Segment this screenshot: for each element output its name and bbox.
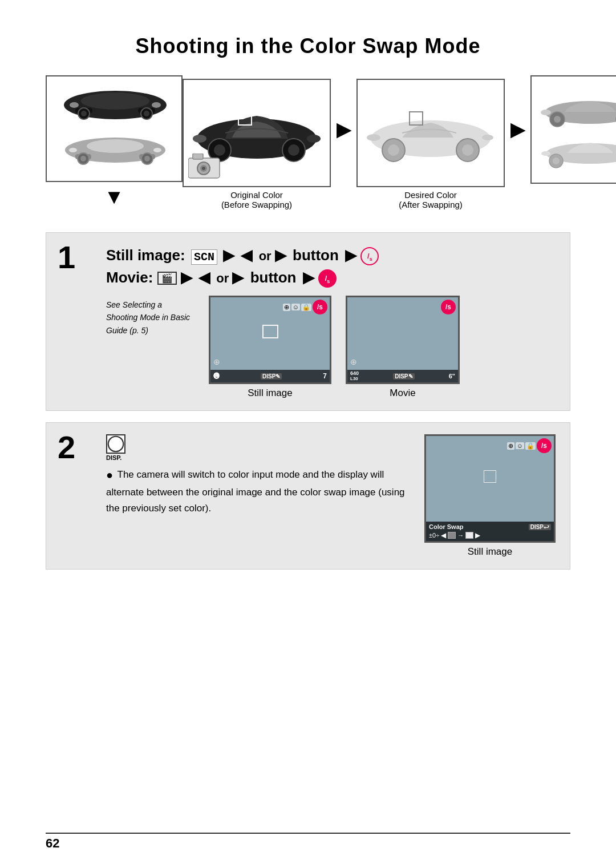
scn-badge: SCN bbox=[191, 249, 217, 265]
svg-point-19 bbox=[153, 148, 161, 152]
movie-time: 6" bbox=[449, 373, 455, 380]
svg-point-30 bbox=[193, 135, 206, 143]
original-cars-box: ▼ bbox=[46, 75, 183, 212]
still-image-screen: ⊕ ☺ 🔒 /s ⊕ 🅛 DISP✎ 7 bbox=[209, 296, 331, 399]
svg-point-37 bbox=[367, 134, 380, 141]
step-2-description: ● The camera will switch to color input … bbox=[106, 466, 410, 516]
step1-right-arrow-2-icon: ▶ bbox=[275, 247, 286, 264]
svg-point-29 bbox=[288, 144, 299, 156]
svg-point-31 bbox=[307, 135, 321, 143]
svg-point-18 bbox=[69, 148, 77, 152]
desired-color-section: Desired Color (After Swapping) bbox=[356, 79, 505, 209]
step-2-content: DISP. ● The camera will switch to color … bbox=[106, 434, 556, 558]
step2-ys-icon: /s bbox=[537, 438, 552, 453]
quality-icon: 🅛 bbox=[213, 373, 220, 380]
still-image-label: Still image bbox=[248, 387, 292, 399]
step-1-content: Still image: SCN ▶ ◀ or ▶ button ▶ /s Mo… bbox=[106, 244, 556, 399]
adjust-row: ±0÷ ◀ → ▶ bbox=[429, 531, 551, 539]
step-1-title: Still image: SCN ▶ ◀ or ▶ button ▶ /s Mo… bbox=[106, 244, 556, 289]
ys-icon-1: /s bbox=[360, 247, 379, 265]
step1-left-arrow-icon: ◀ bbox=[241, 247, 252, 264]
svg-point-34 bbox=[388, 144, 399, 156]
movie-right-arrow-icon: ▶ bbox=[232, 269, 244, 286]
svg-point-16 bbox=[80, 156, 86, 162]
or-text-2: or bbox=[216, 271, 232, 285]
movie-left-arrow-icon: ◀ bbox=[198, 269, 210, 286]
ys-icon-2: /s bbox=[318, 269, 337, 288]
adjust-value: ±0÷ bbox=[429, 532, 439, 539]
page-title: Shooting in the Color Swap Mode bbox=[46, 34, 570, 58]
swatch-dark bbox=[448, 532, 456, 539]
svg-point-38 bbox=[482, 135, 493, 140]
lock-icon: 🔒 bbox=[301, 304, 311, 311]
step-2-section: 2 DISP. ● The cam bbox=[46, 422, 570, 570]
shot-count: 7 bbox=[323, 372, 327, 380]
step2-face-icon: ☺ bbox=[516, 442, 524, 449]
step2-screen-icons: ⊕ ☺ 🔒 /s bbox=[507, 438, 552, 453]
step1-right-arrow-icon: ▶ bbox=[223, 247, 234, 264]
step2-grid-icon: ⊕ bbox=[507, 442, 514, 450]
movie-bottom-icon: ⊕ bbox=[350, 357, 357, 366]
bullet-icon: ● bbox=[106, 469, 113, 481]
svg-point-7 bbox=[144, 111, 149, 116]
svg-point-47 bbox=[553, 158, 560, 164]
ys-movie-icon: /s bbox=[441, 300, 456, 314]
arrow-right-adjust-icon: → bbox=[457, 532, 464, 539]
svg-point-8 bbox=[70, 102, 79, 108]
top-diagram: ▼ bbox=[46, 75, 570, 212]
movie-btn-arrow-icon: ▶ bbox=[303, 269, 314, 286]
movie-arrow-icon: ▶ bbox=[181, 269, 192, 286]
right-arrow-2-icon: ▶ bbox=[510, 119, 525, 140]
svg-point-50 bbox=[541, 151, 550, 156]
svg-rect-21 bbox=[193, 154, 203, 159]
face-icon: ☺ bbox=[291, 304, 300, 310]
disp-badge: DISP✎ bbox=[261, 373, 282, 380]
flow-arrows: Original Color (Before Swapping) ▶ bbox=[183, 75, 616, 212]
result-car-silver-icon bbox=[539, 135, 616, 169]
or-text-1: or bbox=[259, 249, 275, 263]
step1-arrow-btn-icon: ▶ bbox=[345, 247, 356, 264]
screen-bottom-bar: 🅛 DISP✎ 7 bbox=[210, 370, 330, 382]
disp-text: DISP. bbox=[106, 454, 121, 461]
svg-point-41 bbox=[554, 116, 561, 123]
focus-square bbox=[262, 325, 278, 338]
step2-disp-badge: DISP⮐ bbox=[529, 524, 551, 530]
svg-point-24 bbox=[202, 167, 205, 170]
circle-icon bbox=[107, 434, 124, 454]
disp-button-area: DISP. bbox=[106, 434, 410, 461]
movie-screen: /s ⊕ 640L30 DISP✎ 6" Movie bbox=[346, 296, 460, 399]
car-big-white-icon bbox=[365, 99, 496, 167]
svg-point-51 bbox=[108, 437, 123, 451]
original-color-label: Original Color (Before Swapping) bbox=[221, 190, 292, 209]
svg-point-6 bbox=[81, 111, 87, 116]
grid-icon: ⊕ bbox=[283, 304, 290, 311]
swatch-light bbox=[465, 532, 473, 539]
svg-point-44 bbox=[541, 110, 551, 115]
button-text-1: button bbox=[293, 247, 343, 264]
step-2-left: DISP. ● The camera will switch to color … bbox=[106, 434, 410, 516]
color-swap-text: Color Swap bbox=[429, 523, 464, 530]
down-arrow-icon: ▼ bbox=[104, 185, 124, 209]
svg-point-17 bbox=[144, 156, 150, 162]
screen-bottom-left: ⊕ bbox=[213, 357, 220, 366]
disp-circle-button bbox=[106, 434, 125, 454]
movie-screen-icon: /s bbox=[441, 300, 456, 314]
svg-point-1 bbox=[81, 92, 149, 110]
desired-color-label: Desired Color (After Swapping) bbox=[399, 190, 463, 209]
still-label: Still image: bbox=[106, 247, 185, 264]
button-text-2: button bbox=[250, 269, 301, 286]
camera-icon bbox=[188, 154, 222, 179]
movie-label: Movie: bbox=[106, 269, 157, 286]
step-1-section: 1 Still image: SCN ▶ ◀ or ▶ button ▶ /s … bbox=[46, 232, 570, 411]
resolution-badge: 640L30 bbox=[350, 371, 359, 381]
result-section bbox=[530, 75, 616, 184]
step-2-number: 2 bbox=[58, 431, 75, 463]
step2-bottom-overlay: Color Swap DISP⮐ ±0÷ ◀ → ▶ bbox=[426, 522, 554, 541]
movie-bottom-bar: 640L30 DISP✎ 6" bbox=[347, 370, 458, 382]
movie-disp-badge: DISP✎ bbox=[393, 373, 414, 380]
movie-label-display: Movie bbox=[390, 387, 415, 399]
step-1-note: See Selecting a Shooting Mode in Basic G… bbox=[106, 296, 194, 337]
screen-top-icons: ⊕ ☺ 🔒 /s bbox=[283, 300, 327, 314]
color-swap-row: Color Swap DISP⮐ bbox=[429, 523, 551, 530]
step2-lock-icon: 🔒 bbox=[525, 442, 536, 450]
